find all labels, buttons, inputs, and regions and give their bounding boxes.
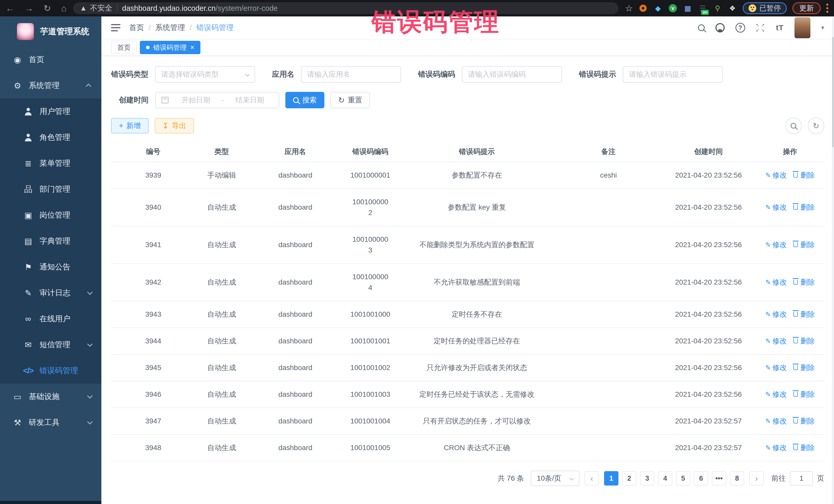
delete-link[interactable]: 删除	[793, 417, 815, 425]
edit-link[interactable]: ✎修改	[765, 364, 787, 372]
sidebar-item-研发工具[interactable]: ⚒研发工具	[0, 410, 101, 436]
delete-link[interactable]: 删除	[793, 171, 815, 179]
extensions-puzzle-icon[interactable]: ❖	[728, 4, 737, 13]
cell-time: 2021-04-20 23:52:56	[661, 226, 756, 264]
extension-icon-orange[interactable]	[638, 4, 648, 13]
edit-link[interactable]: ✎修改	[765, 310, 787, 318]
tab-首页[interactable]: 首页	[111, 41, 137, 54]
sidebar-item-字典管理[interactable]: ▤字典管理	[0, 228, 101, 254]
sidebar-item-系统管理[interactable]: ⚙系统管理	[0, 73, 101, 98]
sidebar-item-岗位管理[interactable]: ▣岗位管理	[0, 202, 101, 228]
infrastructure-icon: ▭	[12, 392, 23, 401]
error-type-select[interactable]: 请选择错误码类型	[155, 66, 255, 83]
reset-button[interactable]: ↻ 重置	[331, 92, 370, 108]
cell-code: 1001001004	[343, 408, 398, 435]
extension-icon-grid[interactable]: ▦	[683, 4, 692, 13]
edit-link[interactable]: ✎修改	[765, 444, 787, 452]
back-icon[interactable]: ←	[6, 3, 14, 13]
chrome-update-button[interactable]: 更新	[792, 2, 821, 14]
error-code-input[interactable]	[468, 70, 556, 79]
sidebar-item-在线用户[interactable]: ∞在线用户	[0, 306, 101, 332]
delete-link[interactable]: 删除	[793, 203, 815, 211]
page-button-4[interactable]: 4	[658, 471, 672, 485]
edit-link[interactable]: ✎修改	[765, 390, 787, 398]
app-name-input[interactable]	[307, 70, 395, 79]
pencil-icon: ✎	[765, 337, 771, 345]
extension-icon-gem[interactable]: ◆	[653, 4, 663, 13]
sidebar-item-基础设施[interactable]: ▭基础设施	[0, 384, 101, 410]
sidebar-item-角色管理[interactable]: 角色管理	[0, 125, 101, 150]
sidebar-item-审计日志[interactable]: ✎审计日志	[0, 280, 101, 306]
delete-link[interactable]: 删除	[793, 278, 815, 286]
edit-link[interactable]: ✎修改	[765, 241, 787, 249]
goto-label: 前往	[771, 474, 786, 483]
delete-link[interactable]: 删除	[793, 390, 815, 398]
prev-page-button[interactable]: ‹	[585, 471, 599, 485]
address-bar[interactable]: ▲ 不安全 dashboard.yudao.iocoder.cn /system…	[73, 2, 618, 14]
paused-label: 已暂停	[759, 3, 781, 13]
edit-link[interactable]: ✎修改	[765, 417, 787, 425]
edit-link[interactable]: ✎修改	[765, 203, 787, 211]
chrome-menu-icon[interactable]	[826, 4, 828, 13]
search-button[interactable]: 搜索	[285, 92, 324, 108]
delete-link[interactable]: 删除	[793, 444, 815, 452]
sidebar-item-部门管理[interactable]: 品部门管理	[0, 176, 101, 202]
date-range-picker[interactable]: 开始日期 - 结束日期	[155, 92, 279, 108]
error-msg-input[interactable]	[629, 70, 717, 79]
extension-icon-green-check[interactable]: v	[668, 4, 678, 13]
scrollbar[interactable]	[832, 17, 834, 504]
profile-paused-pill[interactable]: 已暂停	[743, 2, 787, 14]
forward-icon[interactable]: →	[25, 3, 34, 13]
font-size-icon[interactable]: tT	[776, 23, 784, 32]
refresh-table-button[interactable]: ↻	[808, 117, 824, 134]
page-ellipsis-button[interactable]: •••	[712, 471, 726, 485]
delete-link[interactable]: 删除	[793, 241, 815, 249]
search-icon[interactable]	[698, 24, 705, 31]
sidebar-item-首页[interactable]: ◉首页	[0, 47, 101, 73]
breadcrumb-item[interactable]: 首页	[129, 23, 144, 33]
tab-错误码管理[interactable]: 错误码管理×	[140, 41, 200, 54]
page-button-3[interactable]: 3	[640, 471, 654, 485]
page-button-2[interactable]: 2	[622, 471, 636, 485]
edit-link[interactable]: ✎修改	[765, 171, 787, 179]
collapse-sidebar-icon[interactable]	[111, 27, 120, 28]
delete-link[interactable]: 删除	[793, 337, 815, 345]
reload-icon[interactable]: ↻	[44, 3, 51, 13]
sidebar-item-用户管理[interactable]: 用户管理	[0, 98, 101, 125]
add-button[interactable]: + 新增	[111, 118, 149, 133]
page-button-5[interactable]: 5	[676, 471, 690, 485]
page-button-1[interactable]: 1	[604, 471, 618, 485]
user-avatar[interactable]	[794, 17, 810, 38]
page-button-6[interactable]: 6	[694, 471, 708, 485]
chevron-down-icon[interactable]: ▾	[821, 24, 824, 31]
extension-icon-key[interactable]: ⚲	[713, 4, 722, 13]
scrollbar-thumb[interactable]	[832, 37, 834, 147]
next-page-button[interactable]: ›	[749, 471, 764, 485]
goto-page-input[interactable]	[790, 471, 813, 485]
edit-link[interactable]: ✎修改	[765, 278, 787, 286]
help-icon[interactable]: ?	[736, 23, 745, 32]
breadcrumb-item[interactable]: 错误码管理	[196, 23, 234, 33]
sidebar-item-错误码管理[interactable]: </>错误码管理	[0, 358, 101, 384]
github-icon[interactable]	[716, 23, 725, 32]
sidebar-item-短信管理[interactable]: ✉短信管理	[0, 332, 101, 358]
sidebar-item-通知公告[interactable]: ⚑通知公告	[0, 254, 101, 280]
breadcrumb-item[interactable]: 系统管理	[155, 23, 185, 33]
home-icon[interactable]: ⌂	[61, 3, 67, 13]
close-tab-icon[interactable]: ×	[190, 43, 194, 51]
fullscreen-icon[interactable]: ↖↗↙↘	[756, 23, 765, 32]
page-number-list: 123456•••8	[604, 471, 744, 485]
toggle-search-button[interactable]	[785, 117, 802, 134]
delete-link[interactable]: 删除	[793, 310, 815, 318]
breadcrumb: 首页/系统管理/错误码管理	[129, 23, 234, 33]
app-logo-row[interactable]: 芋道管理系统	[0, 17, 101, 47]
extension-icon-bars[interactable]: ☰on	[698, 4, 707, 13]
trash-icon	[793, 242, 798, 247]
export-button[interactable]: ↧ 导出	[155, 118, 194, 133]
page-button-8[interactable]: 8	[730, 471, 744, 485]
delete-link[interactable]: 删除	[793, 364, 815, 372]
bookmark-star-icon[interactable]: ☆	[625, 3, 633, 13]
edit-link[interactable]: ✎修改	[765, 337, 787, 345]
sidebar-item-菜单管理[interactable]: ≣菜单管理	[0, 150, 101, 176]
page-size-select[interactable]: 10条/页	[531, 470, 579, 486]
